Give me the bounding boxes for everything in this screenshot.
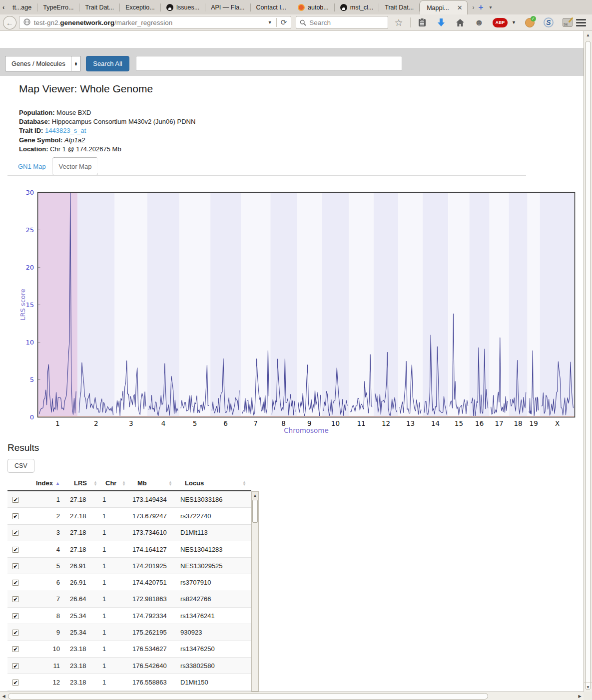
horizontal-scroll-thumb[interactable] <box>8 693 488 700</box>
cell-lrs: 26.64 <box>65 595 102 603</box>
column-header-chr[interactable]: Chr▲▼ <box>102 479 131 487</box>
home-icon[interactable] <box>455 17 466 28</box>
row-checkbox[interactable]: ✔ <box>12 646 18 652</box>
svg-text:20: 20 <box>25 264 34 271</box>
browser-tab[interactable]: Contact I... <box>251 0 292 14</box>
edit-session-icon[interactable]: Se <box>562 17 573 28</box>
sort-toggle-icon[interactable]: ▲▼ <box>122 481 126 486</box>
nav-item-collections[interactable]: Collections <box>142 38 178 46</box>
column-header-index[interactable]: Index▲ <box>30 479 65 487</box>
cell-idx: 2 <box>30 512 65 520</box>
nav-item-intro[interactable]: Intro <box>97 38 115 46</box>
table-row: ✔626.911174.420751rs3707910 <box>7 574 251 591</box>
downloads-icon[interactable] <box>436 17 447 28</box>
browser-tab[interactable]: mst_cl... <box>335 0 379 14</box>
column-header-locus[interactable]: Locus▲▼ <box>177 479 251 487</box>
url-bar[interactable]: test-gn2.genenetwork.org/marker_regressi… <box>19 16 292 29</box>
browser-tab[interactable]: tt...age <box>7 0 37 14</box>
browser-tab[interactable]: Exceptio... <box>120 0 160 14</box>
nav-item-news[interactable]: News <box>198 38 219 46</box>
table-scrollbar[interactable]: ▲ <box>251 491 259 692</box>
nav-item-sign-in[interactable]: Sign in <box>352 38 377 46</box>
url-dropdown-icon[interactable]: ▼ <box>264 20 276 25</box>
reload-icon[interactable]: ⟳ <box>277 18 291 27</box>
table-row: ✔925.341175.262195930923 <box>7 624 251 641</box>
nav-item-policies[interactable]: Policies <box>259 38 286 46</box>
scroll-left-icon[interactable]: ◀ <box>0 692 7 700</box>
sort-ascending-icon[interactable]: ▲ <box>55 481 60 486</box>
row-checkbox[interactable]: ✔ <box>12 497 18 503</box>
scroll-down-icon[interactable]: ▼ <box>584 683 592 691</box>
table-row: ✔227.181173.679247rs3722740 <box>7 508 251 524</box>
column-header-mb[interactable]: Mb▲▼ <box>131 479 177 487</box>
sort-toggle-icon[interactable]: ▲▼ <box>93 481 97 486</box>
table-scroll-up-icon[interactable]: ▲ <box>252 492 258 499</box>
list-all-tabs-icon[interactable]: ▾ <box>489 0 492 14</box>
tab-title: Trait Dat... <box>85 4 114 11</box>
bookmark-star-icon[interactable]: ☆ <box>393 17 404 28</box>
nav-item-search[interactable]: Search <box>116 38 141 46</box>
search-category-select[interactable]: Genes / Molecules ▴▾ <box>5 56 81 71</box>
trait-id-link[interactable]: 1443823_s_at <box>45 127 86 134</box>
table-scroll-thumb[interactable] <box>252 500 258 523</box>
page-horizontal-scrollbar[interactable]: ◀ ▶ <box>0 692 584 700</box>
tab-scroll-left-icon[interactable]: ‹ <box>0 0 7 14</box>
scroll-up-icon[interactable]: ▲ <box>584 31 592 39</box>
nav-item-links[interactable]: Links <box>287 38 306 46</box>
row-checkbox[interactable]: ✔ <box>12 663 18 669</box>
browser-tab[interactable]: API — Fla... <box>205 0 250 14</box>
column-header-lrs[interactable]: LRS▲▼ <box>65 479 102 487</box>
browser-tab-active[interactable]: Mappi... ✕ <box>420 0 467 14</box>
tab-vector-map[interactable]: Vector Map <box>52 157 98 175</box>
cell-lrs: 23.18 <box>65 645 102 653</box>
adblock-dropdown-icon[interactable]: ▼ <box>512 20 516 25</box>
menu-icon[interactable] <box>576 19 586 26</box>
browser-tab[interactable]: TypeErro... <box>37 0 79 14</box>
site-identity-globe-icon[interactable] <box>23 18 30 27</box>
row-checkbox[interactable]: ✔ <box>12 680 18 686</box>
svg-text:11: 11 <box>357 419 366 427</box>
use-genenetwork1-link[interactable]: Use GeneNetwork 1 <box>391 38 452 46</box>
back-button[interactable]: ← <box>3 16 16 29</box>
csv-button[interactable]: CSV <box>7 459 34 473</box>
nav-item-references[interactable]: References <box>220 38 257 46</box>
scroll-right-icon[interactable]: ▶ <box>576 692 584 700</box>
url-subdomain: test-gn2. <box>34 19 60 26</box>
browser-search-field[interactable]: Search <box>296 16 388 29</box>
browser-tab[interactable]: Trait Dat... <box>379 0 419 14</box>
sort-toggle-icon[interactable]: ▲▼ <box>242 481 246 486</box>
cell-chr: 1 <box>102 496 131 503</box>
row-checkbox[interactable]: ✔ <box>12 563 18 569</box>
row-checkbox[interactable]: ✔ <box>12 530 18 536</box>
nav-item-environments[interactable]: Environments <box>307 38 351 46</box>
trait-info-line: Trait ID: 1443823_s_at <box>19 126 195 135</box>
page-vertical-scrollbar[interactable]: ▲ ▼ <box>584 31 592 692</box>
browser-tab[interactable]: autob... <box>292 0 334 14</box>
cookie-manager-icon[interactable] <box>524 17 535 28</box>
svg-text:X: X <box>555 419 560 427</box>
search-all-button[interactable]: Search All <box>86 56 129 71</box>
row-checkbox[interactable]: ✔ <box>12 630 18 636</box>
adblock-plus-icon[interactable]: ABP <box>493 17 508 28</box>
browser-tab[interactable]: Trait Dat... <box>79 0 119 14</box>
tab-close-icon[interactable]: ✕ <box>457 4 463 11</box>
vertical-scroll-thumb[interactable] <box>585 41 591 690</box>
tab-scroll-right-icon[interactable]: › <box>473 0 475 14</box>
row-checkbox[interactable]: ✔ <box>12 596 18 602</box>
trait-info-value: Atp1a2 <box>64 136 85 144</box>
chat-icon[interactable]: ☻ <box>474 17 485 28</box>
row-checkbox[interactable]: ✔ <box>12 513 18 519</box>
search-query-input[interactable] <box>136 56 402 71</box>
new-tab-button[interactable]: + <box>479 0 484 14</box>
row-checkbox[interactable]: ✔ <box>12 613 18 619</box>
row-checkbox[interactable]: ✔ <box>12 580 18 586</box>
nav-item-help[interactable]: Help <box>179 38 197 46</box>
site-brand[interactable]: GeneNetwork <box>8 38 53 46</box>
sort-toggle-icon[interactable]: ▲▼ <box>168 481 172 486</box>
select-dropdown-icon[interactable]: ▴▾ <box>71 56 80 71</box>
tab-gn1-map[interactable]: GN1 Map <box>18 163 46 170</box>
session-manager-icon[interactable]: S <box>543 17 554 28</box>
bookmarks-sidebar-icon[interactable] <box>417 17 428 28</box>
row-checkbox[interactable]: ✔ <box>12 547 18 553</box>
browser-tab[interactable]: Issues... <box>161 0 205 14</box>
